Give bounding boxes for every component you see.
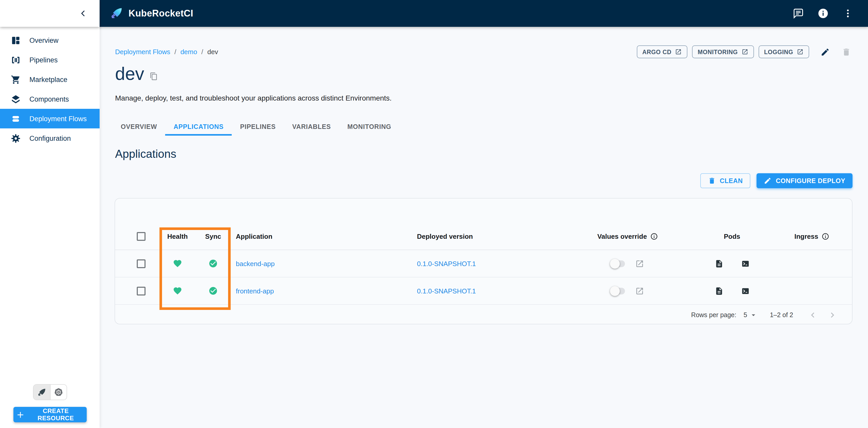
monitoring-link-button[interactable]: MONITORING — [692, 45, 754, 58]
rows-per-page-value: 5 — [744, 311, 747, 319]
sync-status — [195, 286, 231, 295]
dashboard-icon — [10, 35, 21, 45]
application-link[interactable]: frontend-app — [236, 287, 274, 295]
breadcrumb-deployment-flows[interactable]: Deployment Flows — [115, 48, 170, 56]
app-title: KubeRocketCI — [128, 8, 193, 19]
column-header-pods: Pods — [684, 233, 780, 240]
app-logo: KubeRocketCI — [110, 7, 193, 20]
tab-bar: OVERVIEW APPLICATIONS PIPELINES VARIABLE… — [115, 120, 399, 136]
table-row: backend-app 0.1.0-SNAPSHOT.1 — [115, 250, 852, 277]
cart-icon — [10, 74, 21, 85]
clean-label: CLEAN — [720, 177, 743, 184]
create-resource-label: CREATE RESOURCE — [28, 407, 83, 422]
sidebar-nav: Overview Pipelines — [0, 27, 100, 148]
tab-pipelines[interactable]: PIPELINES — [232, 120, 284, 136]
sidebar-item-label: Pipelines — [29, 56, 58, 64]
kuberocketci-app: KubeRocketCI — [0, 0, 868, 428]
page-title-row: dev — [115, 63, 158, 84]
sidebar-item-overview[interactable]: Overview — [0, 30, 100, 50]
pod-logs-icon[interactable] — [714, 259, 723, 268]
pagination-range: 1–2 of 2 — [770, 311, 793, 319]
row-checkbox[interactable] — [137, 259, 146, 268]
sidebar-item-label: Deployment Flows — [29, 115, 87, 123]
stacked-bars-icon — [10, 113, 21, 124]
caret-down-icon — [749, 311, 757, 319]
values-override-toggle[interactable] — [611, 260, 625, 267]
values-override-label: Values override — [597, 233, 647, 240]
info-outline-icon[interactable] — [821, 233, 829, 240]
view-toggle — [33, 384, 67, 400]
pods-cell — [684, 259, 780, 268]
configure-deploy-button[interactable]: CONFIGURE DEPLOY — [757, 173, 852, 188]
kuberocketci-view-button[interactable] — [34, 385, 50, 400]
sync-check-icon — [209, 286, 218, 295]
layers-icon — [10, 94, 21, 104]
clean-button[interactable]: CLEAN — [700, 173, 751, 188]
column-header-sync: Sync — [195, 233, 231, 240]
feedback-icon[interactable] — [793, 8, 804, 19]
pods-cell — [684, 287, 780, 295]
values-override-cell — [571, 287, 684, 295]
row-checkbox[interactable] — [137, 287, 146, 295]
external-link-icon[interactable] — [635, 259, 644, 268]
delete-flow-button[interactable] — [840, 46, 852, 58]
rows-per-page-select[interactable]: 5 — [744, 311, 757, 319]
sidebar-item-marketplace[interactable]: Marketplace — [0, 70, 100, 89]
delete-icon — [842, 47, 851, 57]
column-header-deployed-version: Deployed version — [403, 233, 571, 240]
next-page-button[interactable] — [826, 308, 839, 321]
breadcrumb-separator: / — [175, 48, 176, 56]
external-link-icon — [797, 48, 804, 55]
values-override-cell — [571, 259, 684, 268]
previous-page-button[interactable] — [807, 308, 819, 321]
values-override-toggle[interactable] — [611, 288, 625, 294]
health-heart-icon — [173, 259, 182, 268]
health-status — [159, 286, 195, 295]
tab-monitoring[interactable]: MONITORING — [339, 120, 399, 136]
column-header-health: Health — [159, 233, 195, 240]
edit-flow-button[interactable] — [819, 46, 831, 58]
sidebar: Overview Pipelines — [0, 27, 100, 428]
pod-logs-icon[interactable] — [714, 287, 723, 295]
deployed-version-link[interactable]: 0.1.0-SNAPSHOT.1 — [417, 260, 476, 267]
create-resource-button[interactable]: CREATE RESOURCE — [13, 407, 87, 422]
collapse-sidebar-button[interactable] — [79, 9, 87, 18]
table-header-row: Health Sync Application Deployed version… — [115, 223, 852, 250]
kubernetes-view-button[interactable] — [50, 385, 67, 400]
info-outline-icon[interactable] — [650, 233, 658, 240]
external-link-icon — [675, 48, 682, 55]
tab-overview[interactable]: OVERVIEW — [115, 120, 165, 136]
sidebar-item-label: Configuration — [29, 134, 71, 142]
argocd-link-label: ARGO CD — [642, 49, 671, 55]
sidebar-item-deployment-flows[interactable]: Deployment Flows — [0, 109, 100, 128]
pod-terminal-icon[interactable] — [741, 287, 750, 295]
external-link-icon — [741, 48, 748, 55]
copy-icon[interactable] — [150, 72, 158, 80]
table-row: frontend-app 0.1.0-SNAPSHOT.1 — [115, 277, 852, 305]
deployed-version-link[interactable]: 0.1.0-SNAPSHOT.1 — [417, 287, 476, 295]
sync-status — [195, 259, 231, 268]
section-title: Applications — [115, 147, 176, 161]
argocd-link-button[interactable]: ARGO CD — [637, 45, 687, 58]
kebab-menu-icon[interactable] — [842, 8, 854, 19]
sidebar-item-pipelines[interactable]: Pipelines — [0, 50, 100, 70]
logging-link-button[interactable]: LOGGING — [758, 45, 809, 58]
edit-icon — [764, 177, 772, 185]
rocket-logo-icon — [110, 7, 123, 20]
application-link[interactable]: backend-app — [236, 260, 275, 267]
sidebar-item-components[interactable]: Components — [0, 89, 100, 109]
page-title: dev — [115, 63, 144, 84]
delete-icon — [708, 177, 716, 185]
select-all-checkbox[interactable] — [137, 232, 146, 241]
table-pagination: Rows per page: 5 1–2 of 2 — [115, 305, 852, 324]
tab-variables[interactable]: VARIABLES — [284, 120, 339, 136]
external-link-icon[interactable] — [635, 287, 644, 295]
sidebar-item-configuration[interactable]: Configuration — [0, 128, 100, 148]
configure-deploy-label: CONFIGURE DEPLOY — [776, 177, 845, 184]
tab-applications[interactable]: APPLICATIONS — [165, 120, 232, 136]
pod-terminal-icon[interactable] — [741, 259, 750, 268]
breadcrumb-demo[interactable]: demo — [180, 48, 197, 56]
info-icon[interactable] — [817, 8, 829, 19]
breadcrumb-current: dev — [207, 48, 218, 56]
breadcrumb: Deployment Flows / demo / dev — [115, 48, 218, 56]
